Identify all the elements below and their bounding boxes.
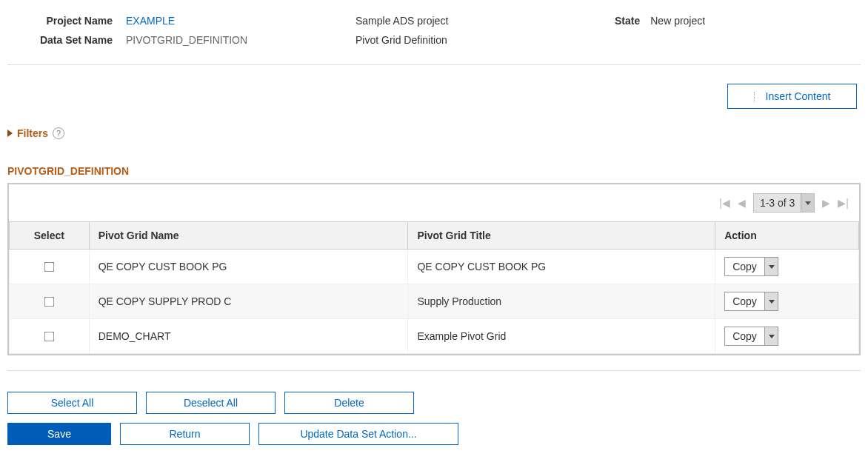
help-icon[interactable]: ? <box>53 127 64 139</box>
data-grid: |◀ ◀ 1-3 of 3 ▶ ▶| Select Pivot Grid Nam… <box>7 183 861 355</box>
page-range-text: 1-3 of 3 <box>754 194 801 212</box>
next-page-icon[interactable]: ▶ <box>822 197 830 209</box>
dataset-name-value: PIVOTGRID_DEFINITION <box>126 34 247 46</box>
action-select[interactable]: Copy <box>724 292 778 311</box>
table-row: DEMO_CHART Example Pivot Grid Copy <box>10 319 859 354</box>
filters-label[interactable]: Filters <box>17 127 48 139</box>
action-select[interactable]: Copy <box>724 257 778 276</box>
row-select-checkbox[interactable] <box>44 261 55 272</box>
col-select-header: Select <box>10 222 90 250</box>
update-dataset-action-button[interactable]: Update Data Set Action... <box>258 423 458 445</box>
return-button[interactable]: Return <box>120 423 250 445</box>
chevron-down-icon[interactable] <box>764 327 778 345</box>
row-select-checkbox[interactable] <box>44 331 55 341</box>
page-range-selector[interactable]: 1-3 of 3 <box>753 193 815 213</box>
dataset-desc: Pivot Grid Definition <box>355 34 447 46</box>
deselect-all-button[interactable]: Deselect All <box>146 392 276 414</box>
project-name-value[interactable]: EXAMPLE <box>126 15 175 27</box>
chevron-down-icon[interactable] <box>801 194 814 212</box>
cell-title: Supply Production <box>408 284 715 319</box>
col-action-header: Action <box>715 222 859 250</box>
project-desc: Sample ADS project <box>355 15 448 27</box>
cell-title: Example Pivot Grid <box>408 319 715 354</box>
cell-name: QE COPY SUPPLY PROD C <box>89 284 408 319</box>
row-select-checkbox[interactable] <box>44 296 55 307</box>
prev-page-icon[interactable]: ◀ <box>738 197 746 209</box>
col-name-header: Pivot Grid Name <box>89 222 408 250</box>
delete-button[interactable]: Delete <box>284 392 414 414</box>
last-page-icon[interactable]: ▶| <box>838 197 849 209</box>
dataset-name-label: Data Set Name <box>7 34 126 46</box>
chevron-down-icon[interactable] <box>764 292 778 310</box>
project-name-label: Project Name <box>7 15 126 27</box>
divider <box>7 370 861 371</box>
chevron-down-icon[interactable] <box>764 258 778 275</box>
col-title-header: Pivot Grid Title <box>408 222 715 250</box>
cell-name: QE COPY CUST BOOK PG <box>89 250 408 284</box>
action-select[interactable]: Copy <box>724 327 778 346</box>
table-row: QE COPY CUST BOOK PG QE COPY CUST BOOK P… <box>10 250 859 284</box>
state-label: State <box>615 15 650 27</box>
project-header: Project Name EXAMPLE Data Set Name PIVOT… <box>7 7 861 65</box>
cell-name: DEMO_CHART <box>89 319 408 354</box>
state-value: New project <box>650 15 705 27</box>
grid-toolbar: |◀ ◀ 1-3 of 3 ▶ ▶| <box>9 184 859 221</box>
cell-title: QE COPY CUST BOOK PG <box>408 250 715 284</box>
table-row: QE COPY SUPPLY PROD C Supply Production … <box>10 284 859 319</box>
first-page-icon[interactable]: |◀ <box>719 197 730 209</box>
insert-content-button[interactable]: Insert Content <box>727 84 857 109</box>
section-title: PIVOTGRID_DEFINITION <box>7 165 861 177</box>
save-button[interactable]: Save <box>7 423 111 445</box>
expand-filters-icon[interactable] <box>7 130 13 137</box>
select-all-button[interactable]: Select All <box>7 392 137 414</box>
